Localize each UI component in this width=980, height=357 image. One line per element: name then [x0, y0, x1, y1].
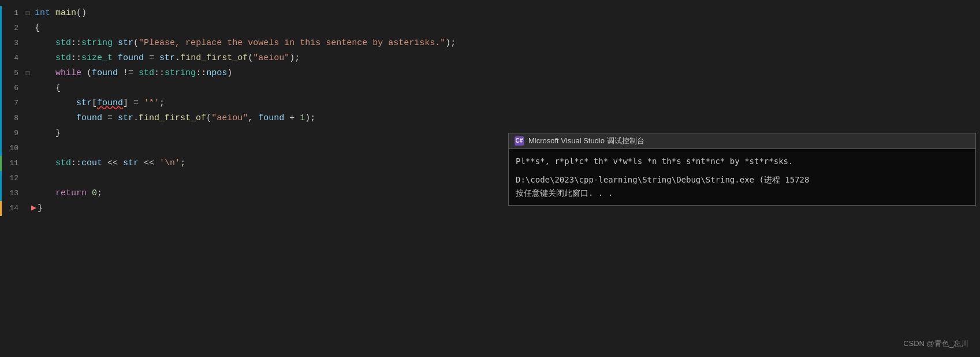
collapse-icon-13 [23, 186, 32, 201]
collapse-icon-4 [23, 51, 32, 66]
code-content-10 [32, 141, 520, 156]
code-content-12 [32, 171, 520, 186]
line-number-4: 4 [0, 51, 23, 66]
line-number-5: 5 [0, 66, 23, 81]
collapse-icon-1[interactable]: □ [23, 6, 32, 21]
code-line-5: 5□ while (found != std::string::npos) [0, 66, 520, 81]
line-number-14: 14 [0, 201, 23, 216]
code-line-10: 10 [0, 141, 520, 156]
collapse-icon-2 [23, 21, 32, 36]
code-content-5: while (found != std::string::npos) [32, 66, 520, 81]
console-output-line1: Pl**s*, r*pl*c* th* v*w*ls *n th*s s*nt*… [516, 155, 968, 168]
code-editor: 1□int main()2 {3 std::string str("Please… [0, 0, 520, 357]
code-line-9: 9 } [0, 126, 520, 141]
line-number-9: 9 [0, 126, 23, 141]
line-number-13: 13 [0, 186, 23, 201]
collapse-icon-5[interactable]: □ [23, 66, 32, 81]
line-number-2: 2 [0, 21, 23, 36]
code-content-13: return 0; [32, 186, 520, 201]
code-line-6: 6 { [0, 81, 520, 96]
code-content-1: int main() [32, 6, 520, 21]
code-line-13: 13 return 0; [0, 186, 520, 201]
collapse-icon-7 [23, 96, 32, 111]
code-line-3: 3 std::string str("Please, replace the v… [0, 36, 520, 51]
line-number-3: 3 [0, 36, 23, 51]
code-line-4: 4 std::size_t found = str.find_first_of(… [0, 51, 520, 66]
code-line-8: 8 found = str.find_first_of("aeiou", fou… [0, 111, 520, 126]
collapse-icon-12 [23, 171, 32, 186]
console-output-line2: D:\code\2023\cpp-learning\String\Debug\S… [516, 173, 968, 186]
line-number-12: 12 [0, 171, 23, 186]
code-line-1: 1□int main() [0, 6, 520, 21]
breakpoint-arrow: ▶ [31, 203, 36, 213]
debug-console: C# Microsoft Visual Studio 调试控制台 Pl**s*,… [508, 133, 976, 206]
code-line-7: 7 str[found] = '*'; [0, 96, 520, 111]
line-number-8: 8 [0, 111, 23, 126]
console-output-line3: 按任意键关闭此窗口. . . [516, 187, 968, 199]
console-body: Pl**s*, r*pl*c* th* v*w*ls *n th*s s*nt*… [509, 149, 975, 205]
code-content-3: std::string str("Please, replace the vow… [32, 36, 520, 51]
code-content-6: { [32, 81, 520, 96]
code-content-9: } [32, 126, 520, 141]
line-number-1: 1 [0, 6, 23, 21]
code-line-14: 14 ▶} [0, 201, 520, 216]
console-title: Microsoft Visual Studio 调试控制台 [528, 136, 644, 146]
line-number-7: 7 [0, 96, 23, 111]
collapse-icon-11 [23, 156, 32, 171]
watermark: CSDN @青色_忘川 [903, 339, 968, 349]
code-content-14: ▶} [32, 201, 520, 216]
code-content-8: found = str.find_first_of("aeiou", found… [32, 111, 520, 126]
collapse-icon-9 [23, 126, 32, 141]
code-content-7: str[found] = '*'; [32, 96, 520, 111]
collapse-icon-10 [23, 141, 32, 156]
code-content-4: std::size_t found = str.find_first_of("a… [32, 51, 520, 66]
vs-icon: C# [515, 136, 524, 146]
line-number-6: 6 [0, 81, 23, 96]
code-content-11: std::cout << str << '\n'; [32, 156, 520, 171]
collapse-icon-6 [23, 81, 32, 96]
line-number-10: 10 [0, 141, 23, 156]
code-line-12: 12 [0, 171, 520, 186]
code-line-11: 11 std::cout << str << '\n'; [0, 156, 520, 171]
code-content-2: { [32, 21, 520, 36]
collapse-icon-3 [23, 36, 32, 51]
console-titlebar: C# Microsoft Visual Studio 调试控制台 [509, 133, 975, 149]
code-line-2: 2 { [0, 21, 520, 36]
collapse-icon-8 [23, 111, 32, 126]
line-number-11: 11 [0, 156, 23, 171]
